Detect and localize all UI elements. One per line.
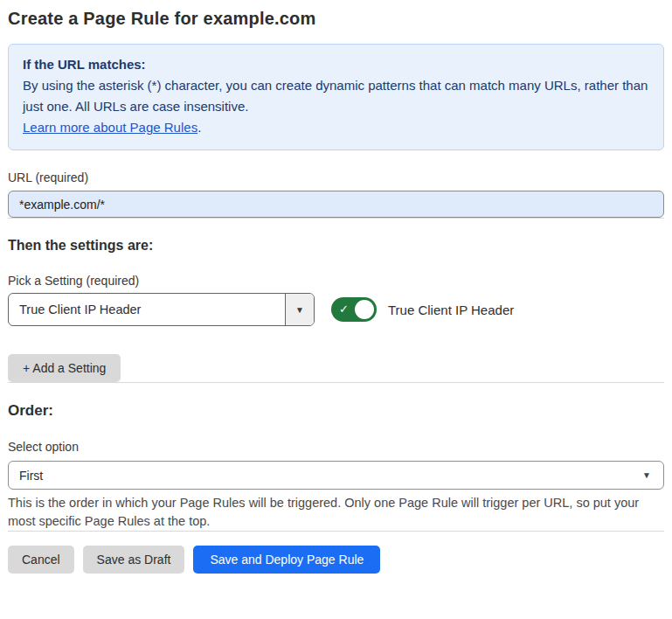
order-help-text: This is the order in which your Page Rul… — [8, 494, 662, 531]
info-box-link-line: Learn more about Page Rules. — [23, 117, 649, 138]
footer-actions: Cancel Save as Draft Save and Deploy Pag… — [8, 546, 664, 574]
divider — [8, 382, 664, 383]
info-box-heading: If the URL matches: — [23, 54, 649, 75]
order-select[interactable]: First ▼ — [8, 461, 664, 490]
setting-row: True Client IP Header ▼ ✓ True Client IP… — [8, 293, 664, 326]
divider — [8, 531, 664, 532]
cancel-button[interactable]: Cancel — [8, 546, 74, 574]
info-box-body: By using the asterisk (*) character, you… — [23, 75, 649, 117]
dropdown-arrow-icon[interactable]: ▼ — [285, 294, 314, 325]
divider — [8, 218, 664, 219]
link-suffix: . — [197, 120, 201, 135]
page-title: Create a Page Rule for example.com — [8, 9, 664, 29]
order-select-label: Select option — [8, 440, 664, 454]
url-input[interactable] — [8, 191, 664, 218]
pick-setting-label: Pick a Setting (required) — [8, 274, 664, 288]
toggle-knob — [355, 300, 374, 319]
toggle-wrap: ✓ True Client IP Header — [331, 297, 514, 322]
order-section-heading: Order: — [8, 402, 664, 420]
check-icon: ✓ — [339, 302, 349, 317]
add-setting-button[interactable]: + Add a Setting — [8, 354, 121, 382]
setting-toggle[interactable]: ✓ — [331, 297, 377, 322]
chevron-down-icon: ▼ — [642, 470, 651, 480]
url-match-info-box: If the URL matches: By using the asteris… — [8, 44, 664, 150]
order-select-value: First — [19, 469, 43, 483]
setting-select[interactable]: True Client IP Header ▼ — [8, 293, 315, 326]
settings-section-heading: Then the settings are: — [8, 238, 664, 254]
save-draft-button[interactable]: Save as Draft — [83, 546, 185, 574]
learn-more-link[interactable]: Learn more about Page Rules — [23, 120, 197, 135]
toggle-label: True Client IP Header — [388, 303, 514, 317]
save-deploy-button[interactable]: Save and Deploy Page Rule — [193, 546, 380, 574]
setting-select-value: True Client IP Header — [9, 294, 285, 325]
url-field-label: URL (required) — [8, 170, 664, 184]
